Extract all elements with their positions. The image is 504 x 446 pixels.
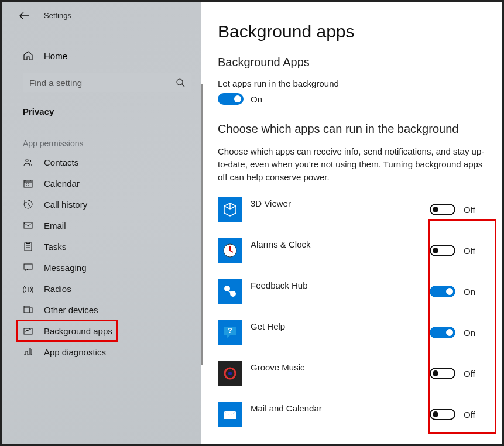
app-row-feedback-hub: Feedback HubOn (218, 276, 488, 307)
app-row-3d-viewer: 3D ViewerOff (218, 194, 488, 225)
calendar-icon (23, 178, 33, 188)
scroll-indicator[interactable] (201, 84, 203, 365)
cube-icon (218, 197, 242, 222)
sidebar-item-label: Radios (44, 284, 71, 294)
app-row-mail-and-calendar: Mail and CalendarOff (218, 399, 488, 430)
sidebar-item-label: Contacts (44, 157, 78, 167)
main-content: Background apps Background Apps Let apps… (201, 2, 502, 444)
app-toggle-label: Off (464, 410, 475, 420)
tasks-icon (23, 241, 33, 252)
search-box[interactable] (23, 73, 191, 92)
master-toggle-text: Let apps run in the background (218, 78, 488, 88)
svg-point-18 (228, 372, 232, 375)
svg-rect-4 (24, 222, 32, 228)
home-label: Home (44, 51, 67, 61)
sidebar-nav-list: ContactsCalendarCall historyEmailTasksMe… (2, 152, 201, 362)
section-title-choose-apps: Choose which apps can run in the backgro… (218, 122, 488, 136)
app-toggle[interactable] (430, 245, 455, 256)
sidebar-item-app-diagnostics[interactable]: App diagnostics (2, 341, 201, 362)
section-title-background-apps: Background Apps (218, 56, 488, 69)
svg-rect-7 (24, 264, 32, 269)
app-name: Get Help (251, 320, 421, 331)
sidebar-section-heading: Privacy (2, 98, 201, 122)
app-toggle-label: Off (464, 369, 475, 379)
clock-icon (218, 238, 242, 263)
sidebar-item-label: Tasks (44, 242, 66, 252)
master-toggle[interactable] (218, 93, 244, 105)
search-input[interactable] (29, 78, 164, 88)
svg-text:?: ? (228, 327, 232, 335)
email-icon (23, 220, 33, 231)
help-icon: ? (218, 320, 242, 345)
sidebar-item-label: Other devices (44, 305, 98, 315)
sidebar-header: Settings (2, 11, 201, 30)
sidebar-item-email[interactable]: Email (2, 215, 201, 236)
svg-point-1 (26, 159, 28, 162)
sidebar-item-radios[interactable]: Radios (2, 278, 201, 299)
sidebar-item-label: Call history (44, 200, 87, 210)
app-toggle[interactable] (430, 204, 455, 215)
app-toggle[interactable] (430, 327, 455, 338)
contacts-icon (23, 157, 33, 167)
app-toggle-label: On (464, 287, 475, 297)
app-diagnostics-icon (23, 346, 33, 357)
sidebar-item-label: Email (44, 221, 66, 231)
music-icon (218, 361, 242, 386)
app-toggle-label: Off (464, 246, 475, 256)
mail-icon (218, 402, 242, 427)
feedback-icon (218, 279, 242, 304)
sidebar-item-calendar[interactable]: Calendar (2, 173, 201, 194)
section-description: Choose which apps can receive info, send… (218, 145, 487, 183)
sidebar-item-background-apps[interactable]: Background apps (2, 320, 201, 341)
radios-icon (23, 283, 33, 294)
search-container (2, 67, 201, 98)
app-name: Mail and Calendar (251, 402, 421, 413)
search-icon (176, 78, 185, 87)
app-toggle-label: On (464, 328, 475, 338)
master-toggle-row: On (218, 93, 488, 105)
app-name: Alarms & Clock (251, 238, 421, 249)
app-name: Groove Music (251, 361, 421, 372)
sidebar-item-other-devices[interactable]: Other devices (2, 299, 201, 320)
sidebar-item-label: Calendar (44, 179, 80, 188)
sidebar-item-home[interactable]: Home (2, 44, 201, 67)
svg-rect-9 (30, 308, 32, 313)
sidebar-item-label: Background apps (44, 326, 112, 336)
app-toggle[interactable] (430, 286, 455, 297)
app-row-alarms-clock: Alarms & ClockOff (218, 235, 488, 266)
svg-point-13 (224, 286, 230, 291)
app-toggle-label: Off (464, 205, 475, 215)
back-icon[interactable] (19, 12, 30, 20)
svg-rect-8 (24, 306, 29, 313)
sidebar-item-messaging[interactable]: Messaging (2, 257, 201, 278)
window-title: Settings (44, 11, 71, 20)
app-toggle[interactable] (430, 409, 455, 420)
app-row-get-help: ?Get HelpOn (218, 317, 488, 348)
app-name: Feedback Hub (251, 279, 421, 290)
sidebar: Settings Home Privacy App permissions Co… (2, 2, 201, 444)
background-apps-icon (23, 325, 33, 336)
app-toggle[interactable] (430, 368, 455, 379)
sidebar-item-label: Messaging (44, 263, 87, 273)
app-list: 3D ViewerOffAlarms & ClockOffFeedback Hu… (218, 194, 488, 430)
svg-point-14 (230, 291, 236, 297)
sidebar-group-heading: App permissions (2, 122, 201, 152)
app-row-groove-music: Groove MusicOff (218, 358, 488, 389)
app-name: 3D Viewer (251, 197, 421, 208)
svg-point-2 (29, 160, 30, 162)
sidebar-item-call-history[interactable]: Call history (2, 194, 201, 215)
master-toggle-label: On (251, 94, 262, 104)
sidebar-item-tasks[interactable]: Tasks (2, 236, 201, 257)
sidebar-item-contacts[interactable]: Contacts (2, 152, 201, 173)
other-devices-icon (23, 304, 33, 315)
svg-point-0 (177, 79, 183, 85)
call-history-icon (23, 199, 33, 210)
messaging-icon (23, 262, 33, 273)
settings-window: Settings Home Privacy App permissions Co… (0, 0, 504, 446)
page-title: Background apps (218, 22, 488, 42)
home-icon (23, 50, 33, 61)
sidebar-item-label: App diagnostics (44, 347, 106, 357)
